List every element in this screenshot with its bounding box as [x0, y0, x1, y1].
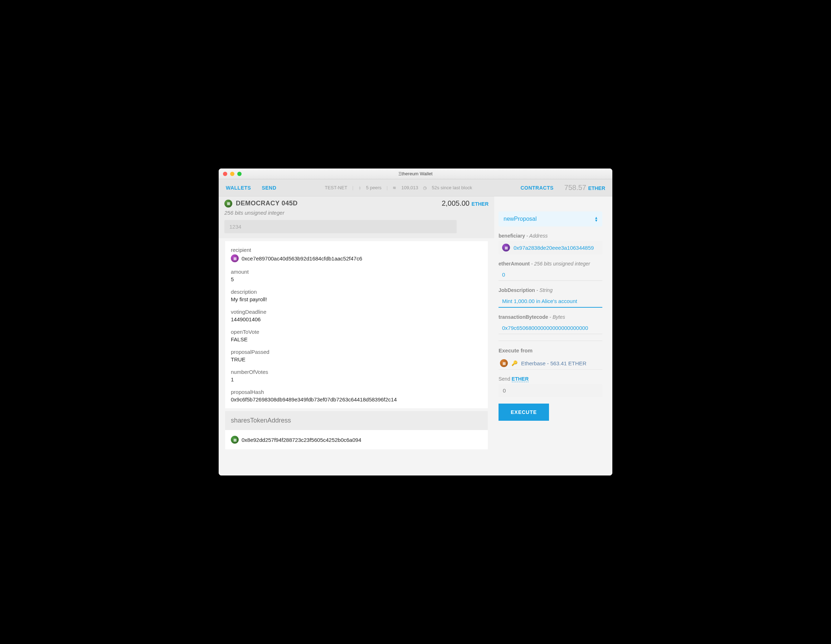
int-type-label: 256 bits unsigned integer: [224, 208, 489, 218]
proposal-panel: recipient ▦ 0xce7e89700ac40d563b92d1684c…: [225, 241, 488, 408]
beneficiary-input-box[interactable]: ▦: [498, 241, 602, 254]
jobdescription-input[interactable]: [498, 295, 602, 308]
balance-amount: 758.57: [564, 184, 586, 191]
window-title: Ξthereum Wallet: [223, 171, 608, 177]
maximize-button[interactable]: [237, 172, 242, 176]
numberofvotes-value: 1: [231, 376, 482, 382]
jobdescription-label: JobDescription - String: [498, 287, 602, 293]
function-select[interactable]: newProposal ▴▾: [498, 211, 602, 226]
shares-identicon: ▦: [231, 436, 239, 444]
proposalpassed-label: proposalPassed: [231, 349, 482, 355]
top-nav: WALLETS SEND TEST-NET | ⟊ 5 peers | ≋ 10…: [219, 179, 612, 196]
votingdeadline-value: 1449001406: [231, 316, 482, 322]
contract-identicon: ▦: [224, 200, 232, 208]
divider: [498, 340, 602, 341]
traffic-lights: [223, 172, 242, 176]
clock-icon: ◷: [423, 185, 427, 190]
txbytecode-input[interactable]: [498, 322, 602, 334]
titlebar: Ξthereum Wallet: [219, 169, 612, 179]
etheramount-label: etherAmount - 256 bits unsigned integer: [498, 261, 602, 267]
execfrom-identicon: ▦: [500, 359, 508, 367]
proposalhash-value: 0x9c6f5b72698308db9489e349fdb73ef07db726…: [231, 396, 482, 402]
shares-label: sharesTokenAddress: [225, 411, 488, 430]
close-button[interactable]: [223, 172, 227, 176]
contract-balance-amount: 2,005.00: [442, 199, 470, 207]
key-icon: 🔑: [511, 360, 517, 366]
recipient-label: recipient: [231, 247, 482, 253]
etheramount-input[interactable]: [498, 269, 602, 281]
peers-count: 5 peers: [366, 185, 382, 190]
votingdeadline-label: votingDeadline: [231, 309, 482, 315]
opentovote-value: FALSE: [231, 336, 482, 342]
proposalpassed-value: TRUE: [231, 356, 482, 363]
description-value: My first payroll!: [231, 296, 482, 302]
opentovote-label: openToVote: [231, 329, 482, 335]
contract-balance-unit: ETHER: [472, 201, 489, 207]
description-label: description: [231, 289, 482, 295]
shares-panel: sharesTokenAddress: [225, 411, 488, 430]
beneficiary-identicon: ▦: [502, 244, 510, 251]
contract-header: ▦ DEMOCRACY 045D 2,005.00 ETHER 256 bits…: [219, 196, 494, 238]
balance-unit: ETHER: [588, 185, 605, 191]
shares-address-panel: ▦ 0x8e92dd257f94f288723c23f5605c4252b0c6…: [225, 430, 488, 449]
beneficiary-input[interactable]: [514, 245, 599, 251]
chevron-updown-icon: ▴▾: [595, 216, 597, 222]
int-input[interactable]: 1234: [224, 220, 457, 233]
amount-label: amount: [231, 269, 482, 275]
blocks-icon: ≋: [393, 185, 396, 190]
numberofvotes-label: numberOfVotes: [231, 369, 482, 375]
beneficiary-label: beneficiary - Address: [498, 233, 602, 239]
content: ▦ DEMOCRACY 045D 2,005.00 ETHER 256 bits…: [219, 196, 612, 475]
right-column: newProposal ▴▾ beneficiary - Address ▦ e…: [494, 196, 612, 475]
testnet-label: TEST-NET: [325, 185, 347, 190]
app-window: Ξthereum Wallet WALLETS SEND TEST-NET | …: [219, 169, 612, 475]
shares-address: 0x8e92dd257f94f288723c23f5605c4252b0c6a0…: [242, 437, 361, 443]
left-column: ▦ DEMOCRACY 045D 2,005.00 ETHER 256 bits…: [219, 196, 494, 475]
amount-value: 5: [231, 276, 482, 282]
contract-balance: 2,005.00 ETHER: [442, 199, 489, 208]
recipient-identicon: ▦: [231, 254, 239, 262]
txbytecode-label: transactionBytecode - Bytes: [498, 314, 602, 320]
send-ether-label: Send ETHER: [498, 376, 602, 382]
wifi-icon: ⟊: [358, 185, 361, 190]
last-block-time: 52s since last block: [431, 185, 472, 190]
status-bar: TEST-NET | ⟊ 5 peers | ≋ 109,013 ◷ 52s s…: [276, 185, 521, 190]
contract-name: DEMOCRACY 045D: [236, 200, 298, 207]
total-balance: 758.57 ETHER: [564, 184, 605, 192]
execute-from-label: Execute from: [498, 347, 602, 353]
nav-send[interactable]: SEND: [262, 185, 276, 191]
execute-from-value: Etherbase - 563.41 ETHER: [521, 360, 587, 366]
recipient-address: 0xce7e89700ac40d563b92d1684cfdb1aac52f47…: [242, 256, 362, 262]
nav-contracts[interactable]: CONTRACTS: [521, 185, 553, 191]
send-ether-input[interactable]: [498, 384, 602, 397]
proposalhash-label: proposalHash: [231, 389, 482, 395]
blocks-count: 109,013: [401, 185, 418, 190]
nav-wallets[interactable]: WALLETS: [226, 185, 251, 191]
minimize-button[interactable]: [230, 172, 234, 176]
function-name: newProposal: [503, 216, 537, 222]
execute-from-select[interactable]: ▦ 🔑 Etherbase - 563.41 ETHER: [498, 357, 602, 370]
execute-button[interactable]: EXECUTE: [498, 404, 549, 421]
